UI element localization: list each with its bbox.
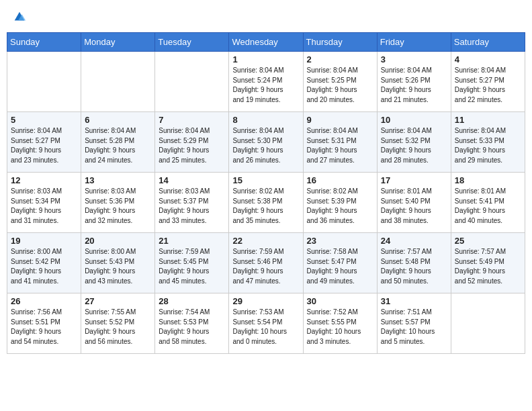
calendar-cell: 24Sunrise: 7:57 AM Sunset: 5:48 PM Dayli… <box>377 233 451 293</box>
calendar-week-row: 1Sunrise: 8:04 AM Sunset: 5:24 PM Daylig… <box>7 52 525 112</box>
cell-info: Sunrise: 8:04 AM Sunset: 5:28 PM Dayligh… <box>85 126 151 165</box>
cell-info: Sunrise: 7:52 AM Sunset: 5:55 PM Dayligh… <box>307 308 373 347</box>
cell-info: Sunrise: 7:54 AM Sunset: 5:53 PM Dayligh… <box>159 308 225 347</box>
calendar-cell: 9Sunrise: 8:04 AM Sunset: 5:31 PM Daylig… <box>303 112 377 173</box>
calendar-cell: 5Sunrise: 8:04 AM Sunset: 5:27 PM Daylig… <box>7 112 81 173</box>
calendar-cell <box>7 52 81 112</box>
cell-info: Sunrise: 7:59 AM Sunset: 5:46 PM Dayligh… <box>232 247 299 286</box>
cell-info: Sunrise: 8:04 AM Sunset: 5:26 PM Dayligh… <box>381 66 447 105</box>
day-number: 13 <box>85 175 151 185</box>
calendar-cell: 29Sunrise: 7:53 AM Sunset: 5:54 PM Dayli… <box>229 293 303 354</box>
weekday-header-wednesday: Wednesday <box>229 33 303 52</box>
weekday-header-sunday: Sunday <box>7 33 81 52</box>
weekday-header-saturday: Saturday <box>451 33 525 52</box>
weekday-header-row: SundayMondayTuesdayWednesdayThursdayFrid… <box>7 33 525 52</box>
calendar-cell: 21Sunrise: 7:59 AM Sunset: 5:45 PM Dayli… <box>155 233 229 293</box>
cell-info: Sunrise: 7:53 AM Sunset: 5:54 PM Dayligh… <box>232 308 299 347</box>
day-number: 12 <box>11 175 77 185</box>
cell-info: Sunrise: 8:00 AM Sunset: 5:42 PM Dayligh… <box>11 247 77 286</box>
day-number: 16 <box>307 175 373 185</box>
calendar-cell: 12Sunrise: 8:03 AM Sunset: 5:34 PM Dayli… <box>7 173 81 233</box>
calendar-week-row: 19Sunrise: 8:00 AM Sunset: 5:42 PM Dayli… <box>7 233 525 293</box>
calendar-cell <box>81 52 155 112</box>
calendar-cell: 23Sunrise: 7:58 AM Sunset: 5:47 PM Dayli… <box>303 233 377 293</box>
day-number: 31 <box>381 296 447 306</box>
day-number: 30 <box>307 296 373 306</box>
day-number: 14 <box>159 175 225 185</box>
cell-info: Sunrise: 8:03 AM Sunset: 5:37 PM Dayligh… <box>159 187 225 226</box>
cell-info: Sunrise: 7:57 AM Sunset: 5:49 PM Dayligh… <box>455 247 521 286</box>
calendar-cell: 2Sunrise: 8:04 AM Sunset: 5:25 PM Daylig… <box>303 52 377 112</box>
calendar-cell: 13Sunrise: 8:03 AM Sunset: 5:36 PM Dayli… <box>81 173 155 233</box>
day-number: 9 <box>307 115 373 125</box>
day-number: 28 <box>159 296 225 306</box>
calendar-cell: 28Sunrise: 7:54 AM Sunset: 5:53 PM Dayli… <box>155 293 229 354</box>
calendar-cell: 15Sunrise: 8:02 AM Sunset: 5:38 PM Dayli… <box>229 173 303 233</box>
calendar-cell: 16Sunrise: 8:02 AM Sunset: 5:39 PM Dayli… <box>303 173 377 233</box>
cell-info: Sunrise: 8:04 AM Sunset: 5:29 PM Dayligh… <box>159 126 225 165</box>
day-number: 6 <box>85 115 151 125</box>
calendar-cell: 20Sunrise: 8:00 AM Sunset: 5:43 PM Dayli… <box>81 233 155 293</box>
cell-info: Sunrise: 8:03 AM Sunset: 5:36 PM Dayligh… <box>85 187 151 226</box>
calendar-cell: 27Sunrise: 7:55 AM Sunset: 5:52 PM Dayli… <box>81 293 155 354</box>
logo-icon <box>12 9 27 24</box>
calendar-cell: 14Sunrise: 8:03 AM Sunset: 5:37 PM Dayli… <box>155 173 229 233</box>
calendar-cell: 19Sunrise: 8:00 AM Sunset: 5:42 PM Dayli… <box>7 233 81 293</box>
weekday-header-tuesday: Tuesday <box>155 33 229 52</box>
day-number: 19 <box>11 236 77 246</box>
calendar-cell: 4Sunrise: 8:04 AM Sunset: 5:27 PM Daylig… <box>451 52 525 112</box>
calendar-cell: 7Sunrise: 8:04 AM Sunset: 5:29 PM Daylig… <box>155 112 229 173</box>
day-number: 15 <box>232 175 299 185</box>
cell-info: Sunrise: 8:01 AM Sunset: 5:40 PM Dayligh… <box>381 187 447 226</box>
cell-info: Sunrise: 8:04 AM Sunset: 5:32 PM Dayligh… <box>381 126 447 165</box>
calendar-cell: 1Sunrise: 8:04 AM Sunset: 5:24 PM Daylig… <box>229 52 303 112</box>
calendar-cell: 11Sunrise: 8:04 AM Sunset: 5:33 PM Dayli… <box>451 112 525 173</box>
calendar-cell: 17Sunrise: 8:01 AM Sunset: 5:40 PM Dayli… <box>377 173 451 233</box>
day-number: 20 <box>85 236 151 246</box>
weekday-header-friday: Friday <box>377 33 451 52</box>
day-number: 4 <box>455 54 521 64</box>
calendar-table: SundayMondayTuesdayWednesdayThursdayFrid… <box>7 32 525 354</box>
cell-info: Sunrise: 8:04 AM Sunset: 5:24 PM Dayligh… <box>232 66 299 105</box>
cell-info: Sunrise: 8:04 AM Sunset: 5:27 PM Dayligh… <box>11 126 77 165</box>
calendar-cell: 26Sunrise: 7:56 AM Sunset: 5:51 PM Dayli… <box>7 293 81 354</box>
calendar-cell: 10Sunrise: 8:04 AM Sunset: 5:32 PM Dayli… <box>377 112 451 173</box>
weekday-header-monday: Monday <box>81 33 155 52</box>
cell-info: Sunrise: 8:03 AM Sunset: 5:34 PM Dayligh… <box>11 187 77 226</box>
cell-info: Sunrise: 7:55 AM Sunset: 5:52 PM Dayligh… <box>85 308 151 347</box>
day-number: 5 <box>11 115 77 125</box>
calendar-cell: 8Sunrise: 8:04 AM Sunset: 5:30 PM Daylig… <box>229 112 303 173</box>
calendar-cell: 6Sunrise: 8:04 AM Sunset: 5:28 PM Daylig… <box>81 112 155 173</box>
day-number: 21 <box>159 236 225 246</box>
cell-info: Sunrise: 8:04 AM Sunset: 5:25 PM Dayligh… <box>307 66 373 105</box>
day-number: 27 <box>85 296 151 306</box>
cell-info: Sunrise: 8:02 AM Sunset: 5:38 PM Dayligh… <box>232 187 299 226</box>
day-number: 26 <box>11 296 77 306</box>
cell-info: Sunrise: 7:57 AM Sunset: 5:48 PM Dayligh… <box>381 247 447 286</box>
cell-info: Sunrise: 8:04 AM Sunset: 5:31 PM Dayligh… <box>307 126 373 165</box>
cell-info: Sunrise: 8:01 AM Sunset: 5:41 PM Dayligh… <box>455 187 521 226</box>
cell-info: Sunrise: 7:58 AM Sunset: 5:47 PM Dayligh… <box>307 247 373 286</box>
cell-info: Sunrise: 8:04 AM Sunset: 5:33 PM Dayligh… <box>455 126 521 165</box>
day-number: 8 <box>232 115 299 125</box>
day-number: 10 <box>381 115 447 125</box>
calendar-week-row: 5Sunrise: 8:04 AM Sunset: 5:27 PM Daylig… <box>7 112 525 173</box>
calendar-cell: 30Sunrise: 7:52 AM Sunset: 5:55 PM Dayli… <box>303 293 377 354</box>
day-number: 23 <box>307 236 373 246</box>
calendar-cell: 22Sunrise: 7:59 AM Sunset: 5:46 PM Dayli… <box>229 233 303 293</box>
cell-info: Sunrise: 7:51 AM Sunset: 5:57 PM Dayligh… <box>381 308 447 347</box>
calendar-week-row: 26Sunrise: 7:56 AM Sunset: 5:51 PM Dayli… <box>7 293 525 354</box>
day-number: 2 <box>307 54 373 64</box>
day-number: 7 <box>159 115 225 125</box>
cell-info: Sunrise: 7:59 AM Sunset: 5:45 PM Dayligh… <box>159 247 225 286</box>
day-number: 1 <box>232 54 299 64</box>
day-number: 24 <box>381 236 447 246</box>
cell-info: Sunrise: 7:56 AM Sunset: 5:51 PM Dayligh… <box>11 308 77 347</box>
day-number: 29 <box>232 296 299 306</box>
cell-info: Sunrise: 8:00 AM Sunset: 5:43 PM Dayligh… <box>85 247 151 286</box>
weekday-header-thursday: Thursday <box>303 33 377 52</box>
cell-info: Sunrise: 8:04 AM Sunset: 5:27 PM Dayligh… <box>455 66 521 105</box>
calendar-cell: 18Sunrise: 8:01 AM Sunset: 5:41 PM Dayli… <box>451 173 525 233</box>
calendar-cell: 31Sunrise: 7:51 AM Sunset: 5:57 PM Dayli… <box>377 293 451 354</box>
calendar-cell: 3Sunrise: 8:04 AM Sunset: 5:26 PM Daylig… <box>377 52 451 112</box>
